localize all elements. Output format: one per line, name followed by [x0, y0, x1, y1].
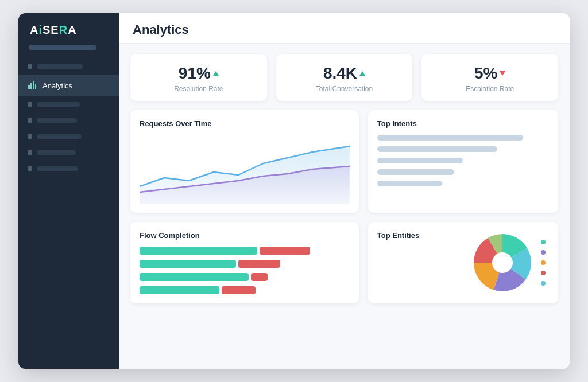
- flow-bar-red-3: [251, 273, 268, 281]
- entity-item-3: [541, 260, 549, 265]
- nav-dot-7: [28, 166, 32, 171]
- intent-bar-3: [377, 158, 463, 163]
- logo-text: AiSERA: [30, 24, 77, 37]
- kpi-conversations-label: Total Conversation: [283, 85, 406, 93]
- flow-bars: [140, 247, 350, 294]
- nav-bar-4: [37, 118, 77, 123]
- flow-bar-green-3: [140, 273, 249, 281]
- flow-bar-red-4: [222, 286, 256, 294]
- top-intents-title: Top Intents: [377, 119, 549, 128]
- sidebar-item-1[interactable]: [18, 59, 119, 75]
- flow-bar-row-4: [140, 286, 350, 294]
- intent-bars: [377, 135, 549, 186]
- requests-over-time-card: Requests Over Time: [130, 110, 359, 213]
- nav-bar-5: [37, 134, 82, 139]
- svg-rect-2: [33, 81, 34, 89]
- analytics-icon: [28, 81, 37, 90]
- sidebar-item-3[interactable]: [18, 96, 119, 112]
- nav-dot-4: [28, 118, 32, 123]
- entity-dot-4: [541, 271, 546, 275]
- main-content: Analytics 91% Resolution Rate 8.4K: [119, 13, 570, 369]
- entity-dot-5: [541, 281, 546, 286]
- top-entities-title: Top Entities: [377, 231, 463, 287]
- svg-point-4: [492, 252, 513, 273]
- line-chart: [140, 135, 350, 204]
- flow-bar-green-4: [140, 286, 219, 294]
- sidebar-item-7[interactable]: [18, 161, 119, 177]
- flow-bar-row-2: [140, 260, 350, 268]
- entity-dot-1: [541, 240, 546, 244]
- kpi-resolution-value: 91%: [137, 64, 260, 83]
- requests-chart-title: Requests Over Time: [140, 119, 350, 128]
- flow-bar-green-2: [140, 260, 236, 268]
- sidebar-item-4[interactable]: [18, 112, 119, 128]
- kpi-escalation-value: 5%: [428, 64, 551, 83]
- intent-bar-2: [377, 146, 497, 152]
- entity-dot-3: [541, 260, 546, 265]
- entities-content: [471, 231, 549, 294]
- pie-chart: [471, 231, 534, 294]
- dashboard-body: 91% Resolution Rate 8.4K Total Conversat…: [119, 44, 570, 369]
- logo: AiSERA: [18, 13, 119, 45]
- intent-bar-1: [377, 135, 523, 141]
- sidebar-item-analytics-label: Analytics: [42, 81, 72, 90]
- top-intents-card: Top Intents: [368, 110, 558, 213]
- sidebar-nav: Analytics: [18, 59, 119, 177]
- trend-up-icon: [213, 71, 219, 76]
- svg-rect-1: [30, 83, 32, 89]
- entity-item-5: [541, 281, 549, 286]
- bottom-row: Flow Completion: [130, 222, 558, 303]
- flow-completion-title: Flow Completion: [140, 231, 350, 240]
- sidebar-item-5[interactable]: [18, 128, 119, 145]
- kpi-resolution-label: Resolution Rate: [137, 85, 260, 93]
- page-header: Analytics: [119, 13, 570, 44]
- trend-up-icon-2: [359, 71, 365, 76]
- search-bar-placeholder: [29, 45, 96, 50]
- intent-bar-5: [377, 181, 443, 186]
- flow-bar-row-1: [140, 247, 350, 255]
- flow-bar-red-1: [260, 247, 310, 255]
- kpi-card-resolution: 91% Resolution Rate: [130, 54, 267, 101]
- kpi-card-conversations: 8.4K Total Conversation: [276, 54, 413, 101]
- charts-row: Requests Over Time: [130, 110, 558, 213]
- kpi-card-escalation: 5% Escalation Rate: [421, 54, 558, 101]
- entity-item-1: [541, 240, 549, 244]
- sidebar-item-6[interactable]: [18, 145, 119, 161]
- nav-dot-5: [28, 134, 32, 139]
- kpi-escalation-label: Escalation Rate: [428, 85, 551, 93]
- svg-rect-0: [28, 85, 30, 89]
- entity-list: [541, 240, 549, 286]
- sidebar-item-analytics[interactable]: Analytics: [18, 75, 119, 96]
- top-entities-card: Top Entities: [368, 222, 558, 303]
- sidebar-search-area: [18, 45, 119, 59]
- entity-dot-2: [541, 250, 546, 255]
- svg-rect-3: [35, 84, 36, 89]
- flow-bar-green-1: [140, 247, 257, 255]
- page-title: Analytics: [133, 22, 556, 37]
- intent-bar-4: [377, 169, 455, 175]
- nav-dot-3: [28, 102, 32, 107]
- nav-bar-7: [37, 166, 78, 171]
- flow-bar-row-3: [140, 273, 350, 281]
- nav-dot-1: [28, 64, 32, 69]
- nav-bar-6: [37, 150, 76, 155]
- entity-item-4: [541, 271, 549, 275]
- kpi-conversations-value: 8.4K: [283, 64, 406, 83]
- kpi-row: 91% Resolution Rate 8.4K Total Conversat…: [130, 54, 558, 101]
- flow-completion-card: Flow Completion: [130, 222, 359, 303]
- nav-bar-1: [37, 64, 83, 69]
- app-window: AiSERA Analytics: [18, 13, 570, 369]
- sidebar: AiSERA Analytics: [18, 13, 119, 369]
- nav-bar-3: [37, 102, 80, 107]
- trend-down-icon: [500, 71, 505, 76]
- nav-dot-6: [28, 150, 32, 155]
- flow-bar-red-2: [238, 260, 280, 268]
- entity-item-2: [541, 250, 549, 255]
